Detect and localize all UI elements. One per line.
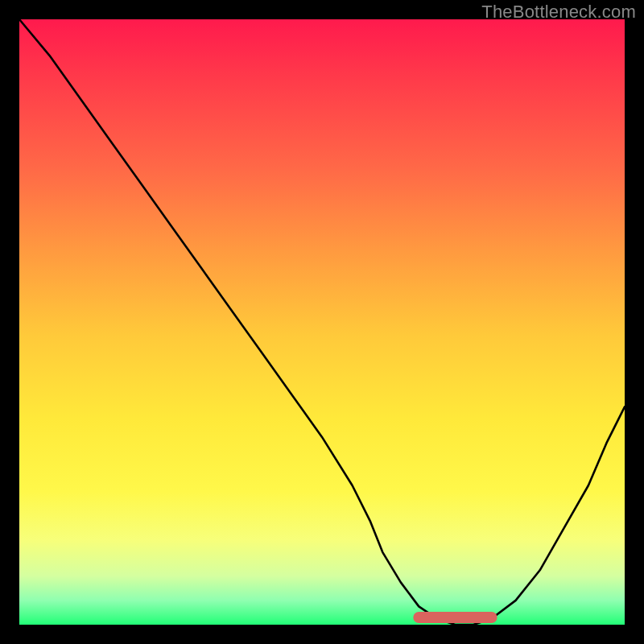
chart-frame: TheBottleneck.com bbox=[0, 0, 644, 644]
curve-layer bbox=[19, 19, 625, 625]
watermark-label: TheBottleneck.com bbox=[481, 2, 636, 23]
plot-area bbox=[19, 19, 625, 625]
bottleneck-curve bbox=[19, 19, 625, 625]
